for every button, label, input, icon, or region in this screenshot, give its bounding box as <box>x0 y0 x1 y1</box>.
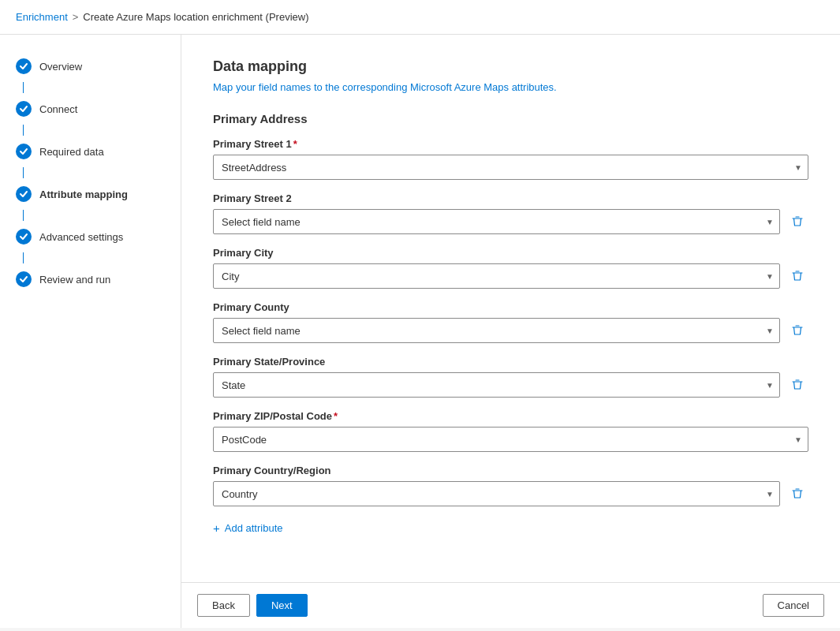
field-row-primary-county: Select field name ▼ <box>213 318 808 343</box>
label-primary-street-2: Primary Street 2 <box>213 192 808 204</box>
select-primary-country[interactable]: Country <box>213 481 780 506</box>
select-primary-street-1[interactable]: StreetAddress <box>213 155 808 180</box>
select-wrapper-primary-country: Country ▼ <box>213 481 780 506</box>
footer-left-buttons: Back Next <box>197 594 308 617</box>
label-primary-street-1: Primary Street 1 * <box>213 138 808 150</box>
select-primary-zip[interactable]: PostCode <box>213 427 808 452</box>
select-primary-county[interactable]: Select field name <box>213 318 780 343</box>
back-button[interactable]: Back <box>197 594 250 617</box>
sidebar-connector-2 <box>23 125 24 136</box>
select-wrapper-primary-zip: PostCode ▼ <box>213 427 808 452</box>
delete-primary-street-2-button[interactable] <box>786 211 808 233</box>
connect-check-icon <box>16 101 32 117</box>
field-row-primary-state: State ▼ <box>213 372 808 398</box>
sidebar-item-overview[interactable]: Overview <box>0 50 181 82</box>
select-primary-city[interactable]: City <box>213 263 780 289</box>
sidebar-review-run-label: Review and run <box>39 274 110 286</box>
field-primary-county: Primary County Select field name ▼ <box>213 301 808 343</box>
add-attribute-label: Add attribute <box>225 522 283 534</box>
sidebar-connector-4 <box>23 210 24 221</box>
delete-primary-state-button[interactable] <box>786 374 808 396</box>
required-marker-zip: * <box>334 410 338 422</box>
next-button[interactable]: Next <box>256 594 308 617</box>
select-wrapper-primary-city: City ▼ <box>213 263 780 289</box>
cancel-button[interactable]: Cancel <box>763 594 824 617</box>
select-wrapper-primary-street-1: StreetAddress ▼ <box>213 155 808 180</box>
sidebar-overview-label: Overview <box>39 61 82 73</box>
main-layout: Overview Connect Required data Attribute… <box>0 35 840 628</box>
primary-address-title: Primary Address <box>213 112 808 125</box>
breadcrumb-parent[interactable]: Enrichment <box>16 11 68 23</box>
label-primary-county: Primary County <box>213 301 808 313</box>
delete-primary-city-button[interactable] <box>786 265 808 287</box>
sidebar-advanced-settings-label: Advanced settings <box>39 231 123 243</box>
page-title: Data mapping <box>213 58 808 75</box>
sidebar: Overview Connect Required data Attribute… <box>0 35 181 628</box>
select-wrapper-primary-county: Select field name ▼ <box>213 318 780 343</box>
select-wrapper-primary-state: State ▼ <box>213 372 780 398</box>
review-run-check-icon <box>16 271 32 287</box>
select-primary-street-2[interactable]: Select field name <box>213 209 780 234</box>
field-primary-state: Primary State/Province State ▼ <box>213 356 808 398</box>
plus-icon: + <box>213 522 220 534</box>
field-row-primary-city: City ▼ <box>213 263 808 289</box>
field-primary-street-2: Primary Street 2 Select field name ▼ <box>213 192 808 234</box>
required-marker-1: * <box>293 138 297 150</box>
sidebar-item-review-and-run[interactable]: Review and run <box>0 263 181 295</box>
advanced-settings-check-icon <box>16 229 32 245</box>
breadcrumb: Enrichment > Create Azure Maps location … <box>0 0 840 35</box>
content-area: Data mapping Map your field names to the… <box>181 35 840 628</box>
sidebar-item-advanced-settings[interactable]: Advanced settings <box>0 221 181 252</box>
attribute-mapping-check-icon <box>16 186 32 202</box>
sidebar-item-required-data[interactable]: Required data <box>0 136 181 167</box>
page-description: Map your field names to the correspondin… <box>213 81 808 93</box>
breadcrumb-separator: > <box>73 11 79 23</box>
required-data-check-icon <box>16 144 32 159</box>
sidebar-required-data-label: Required data <box>39 146 104 158</box>
sidebar-attribute-mapping-label: Attribute mapping <box>39 189 128 200</box>
footer: Back Next Cancel <box>181 582 840 628</box>
sidebar-item-attribute-mapping[interactable]: Attribute mapping <box>0 178 181 210</box>
sidebar-connector-3 <box>23 167 24 178</box>
field-primary-city: Primary City City ▼ <box>213 247 808 289</box>
field-primary-street-1: Primary Street 1 * StreetAddress ▼ <box>213 138 808 180</box>
sidebar-connector-5 <box>23 252 24 263</box>
label-primary-zip: Primary ZIP/Postal Code * <box>213 410 808 422</box>
sidebar-item-connect[interactable]: Connect <box>0 93 181 125</box>
select-primary-state[interactable]: State <box>213 372 780 398</box>
select-wrapper-primary-street-2: Select field name ▼ <box>213 209 780 234</box>
add-attribute-button[interactable]: + Add attribute <box>213 519 282 537</box>
overview-check-icon <box>16 58 32 74</box>
delete-primary-county-button[interactable] <box>786 319 808 342</box>
label-primary-country: Primary Country/Region <box>213 465 808 476</box>
label-primary-state: Primary State/Province <box>213 356 808 368</box>
sidebar-connector-1 <box>23 82 24 93</box>
field-row-primary-street-2: Select field name ▼ <box>213 209 808 234</box>
field-row-primary-street-1: StreetAddress ▼ <box>213 155 808 180</box>
content-scroll: Data mapping Map your field names to the… <box>181 35 840 582</box>
field-primary-zip: Primary ZIP/Postal Code * PostCode ▼ <box>213 410 808 452</box>
breadcrumb-current: Create Azure Maps location enrichment (P… <box>83 11 308 23</box>
field-primary-country: Primary Country/Region Country ▼ <box>213 465 808 506</box>
field-row-primary-zip: PostCode ▼ <box>213 427 808 452</box>
label-primary-city: Primary City <box>213 247 808 259</box>
sidebar-connect-label: Connect <box>39 103 77 115</box>
delete-primary-country-button[interactable] <box>786 483 808 505</box>
field-row-primary-country: Country ▼ <box>213 481 808 506</box>
